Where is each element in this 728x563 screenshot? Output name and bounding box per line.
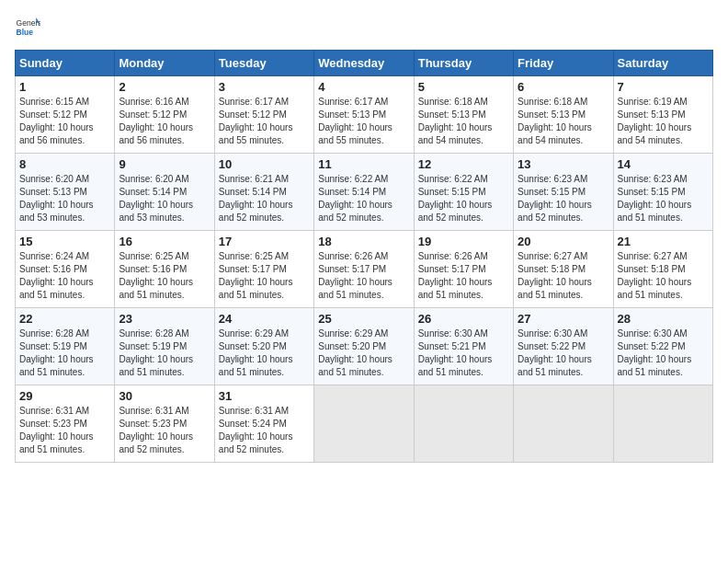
- day-number: 6: [518, 80, 609, 94]
- week-row-5: 29Sunrise: 6:31 AMSunset: 5:23 PMDayligh…: [16, 385, 713, 463]
- day-number: 24: [219, 312, 310, 326]
- day-info: Sunrise: 6:17 AMSunset: 5:12 PMDaylight:…: [219, 96, 310, 147]
- day-number: 30: [119, 389, 210, 403]
- weekday-header-row: SundayMondayTuesdayWednesdayThursdayFrid…: [16, 51, 713, 76]
- calendar-cell: 8Sunrise: 6:20 AMSunset: 5:13 PMDaylight…: [16, 154, 115, 231]
- day-info: Sunrise: 6:18 AMSunset: 5:13 PMDaylight:…: [418, 96, 509, 147]
- week-row-3: 15Sunrise: 6:24 AMSunset: 5:16 PMDayligh…: [16, 231, 713, 308]
- day-number: 21: [618, 235, 709, 248]
- weekday-header-friday: Friday: [514, 51, 613, 76]
- day-info: Sunrise: 6:18 AMSunset: 5:13 PMDaylight:…: [518, 96, 609, 147]
- calendar-cell: 18Sunrise: 6:26 AMSunset: 5:17 PMDayligh…: [314, 231, 414, 308]
- calendar-cell: 10Sunrise: 6:21 AMSunset: 5:14 PMDayligh…: [214, 154, 313, 231]
- day-number: 31: [219, 389, 310, 403]
- calendar-cell: 29Sunrise: 6:31 AMSunset: 5:23 PMDayligh…: [16, 385, 115, 463]
- weekday-header-thursday: Thursday: [414, 51, 513, 76]
- day-info: Sunrise: 6:22 AMSunset: 5:15 PMDaylight:…: [418, 173, 509, 224]
- calendar-cell: 4Sunrise: 6:17 AMSunset: 5:13 PMDaylight…: [314, 76, 414, 154]
- day-number: 3: [219, 80, 310, 94]
- calendar-cell: 27Sunrise: 6:30 AMSunset: 5:22 PMDayligh…: [514, 308, 613, 385]
- day-number: 15: [19, 235, 110, 248]
- calendar-cell: 19Sunrise: 6:26 AMSunset: 5:17 PMDayligh…: [414, 231, 513, 308]
- calendar-cell: 17Sunrise: 6:25 AMSunset: 5:17 PMDayligh…: [214, 231, 313, 308]
- week-row-1: 1Sunrise: 6:15 AMSunset: 5:12 PMDaylight…: [16, 76, 713, 154]
- day-number: 9: [119, 157, 210, 171]
- day-info: Sunrise: 6:31 AMSunset: 5:23 PMDaylight:…: [19, 405, 110, 456]
- day-number: 10: [219, 157, 310, 171]
- calendar-cell: 3Sunrise: 6:17 AMSunset: 5:12 PMDaylight…: [214, 76, 313, 154]
- day-number: 11: [318, 157, 409, 171]
- day-number: 29: [19, 389, 110, 403]
- calendar-cell: [314, 385, 414, 463]
- weekday-header-monday: Monday: [115, 51, 214, 76]
- day-info: Sunrise: 6:23 AMSunset: 5:15 PMDaylight:…: [518, 173, 609, 224]
- day-number: 1: [19, 80, 110, 94]
- calendar-cell: 16Sunrise: 6:25 AMSunset: 5:16 PMDayligh…: [115, 231, 214, 308]
- weekday-header-saturday: Saturday: [613, 51, 712, 76]
- day-info: Sunrise: 6:28 AMSunset: 5:19 PMDaylight:…: [119, 327, 210, 379]
- day-info: Sunrise: 6:26 AMSunset: 5:17 PMDaylight:…: [318, 250, 409, 302]
- day-info: Sunrise: 6:27 AMSunset: 5:18 PMDaylight:…: [618, 250, 709, 302]
- calendar-table: SundayMondayTuesdayWednesdayThursdayFrid…: [15, 50, 713, 463]
- day-info: Sunrise: 6:30 AMSunset: 5:22 PMDaylight:…: [518, 327, 609, 379]
- calendar-cell: 25Sunrise: 6:29 AMSunset: 5:20 PMDayligh…: [314, 308, 414, 385]
- calendar-cell: 6Sunrise: 6:18 AMSunset: 5:13 PMDaylight…: [514, 76, 613, 154]
- calendar-cell: 7Sunrise: 6:19 AMSunset: 5:13 PMDaylight…: [613, 76, 712, 154]
- day-number: 19: [418, 235, 509, 248]
- day-number: 12: [418, 157, 509, 171]
- day-info: Sunrise: 6:20 AMSunset: 5:13 PMDaylight:…: [19, 173, 110, 224]
- day-info: Sunrise: 6:25 AMSunset: 5:16 PMDaylight:…: [119, 250, 210, 302]
- day-info: Sunrise: 6:31 AMSunset: 5:23 PMDaylight:…: [119, 405, 210, 456]
- day-info: Sunrise: 6:30 AMSunset: 5:22 PMDaylight:…: [618, 327, 709, 379]
- svg-text:Blue: Blue: [17, 28, 34, 37]
- week-row-2: 8Sunrise: 6:20 AMSunset: 5:13 PMDaylight…: [16, 154, 713, 231]
- calendar-cell: 24Sunrise: 6:29 AMSunset: 5:20 PMDayligh…: [214, 308, 313, 385]
- day-number: 8: [19, 157, 110, 171]
- day-number: 4: [318, 80, 409, 94]
- weekday-header-tuesday: Tuesday: [214, 51, 313, 76]
- day-number: 5: [418, 80, 509, 94]
- calendar-cell: [514, 385, 613, 463]
- calendar-cell: 5Sunrise: 6:18 AMSunset: 5:13 PMDaylight…: [414, 76, 513, 154]
- day-info: Sunrise: 6:27 AMSunset: 5:18 PMDaylight:…: [518, 250, 609, 302]
- day-info: Sunrise: 6:16 AMSunset: 5:12 PMDaylight:…: [119, 96, 210, 147]
- day-number: 20: [518, 235, 609, 248]
- calendar-cell: 23Sunrise: 6:28 AMSunset: 5:19 PMDayligh…: [115, 308, 214, 385]
- day-number: 17: [219, 235, 310, 248]
- calendar-cell: 13Sunrise: 6:23 AMSunset: 5:15 PMDayligh…: [514, 154, 613, 231]
- calendar-cell: 22Sunrise: 6:28 AMSunset: 5:19 PMDayligh…: [16, 308, 115, 385]
- calendar-cell: 31Sunrise: 6:31 AMSunset: 5:24 PMDayligh…: [214, 385, 313, 463]
- calendar-cell: 30Sunrise: 6:31 AMSunset: 5:23 PMDayligh…: [115, 385, 214, 463]
- day-number: 28: [618, 312, 709, 326]
- day-info: Sunrise: 6:24 AMSunset: 5:16 PMDaylight:…: [19, 250, 110, 302]
- calendar-cell: [414, 385, 513, 463]
- day-number: 18: [318, 235, 409, 248]
- calendar-cell: 28Sunrise: 6:30 AMSunset: 5:22 PMDayligh…: [613, 308, 712, 385]
- calendar-cell: 15Sunrise: 6:24 AMSunset: 5:16 PMDayligh…: [16, 231, 115, 308]
- day-info: Sunrise: 6:21 AMSunset: 5:14 PMDaylight:…: [219, 173, 310, 224]
- day-number: 16: [119, 235, 210, 248]
- day-info: Sunrise: 6:25 AMSunset: 5:17 PMDaylight:…: [219, 250, 310, 302]
- day-info: Sunrise: 6:20 AMSunset: 5:14 PMDaylight:…: [119, 173, 210, 224]
- day-number: 23: [119, 312, 210, 326]
- calendar-cell: 21Sunrise: 6:27 AMSunset: 5:18 PMDayligh…: [613, 231, 712, 308]
- calendar-cell: 9Sunrise: 6:20 AMSunset: 5:14 PMDaylight…: [115, 154, 214, 231]
- calendar-body: 1Sunrise: 6:15 AMSunset: 5:12 PMDaylight…: [16, 76, 713, 463]
- day-info: Sunrise: 6:15 AMSunset: 5:12 PMDaylight:…: [19, 96, 110, 147]
- day-info: Sunrise: 6:19 AMSunset: 5:13 PMDaylight:…: [618, 96, 709, 147]
- day-number: 22: [19, 312, 110, 326]
- day-number: 14: [618, 157, 709, 171]
- calendar-cell: [613, 385, 712, 463]
- logo: General Blue: [15, 15, 40, 40]
- calendar-cell: 14Sunrise: 6:23 AMSunset: 5:15 PMDayligh…: [613, 154, 712, 231]
- calendar-cell: 11Sunrise: 6:22 AMSunset: 5:14 PMDayligh…: [314, 154, 414, 231]
- day-number: 26: [418, 312, 509, 326]
- day-info: Sunrise: 6:29 AMSunset: 5:20 PMDaylight:…: [318, 327, 409, 379]
- day-number: 25: [318, 312, 409, 326]
- day-info: Sunrise: 6:26 AMSunset: 5:17 PMDaylight:…: [418, 250, 509, 302]
- day-number: 27: [518, 312, 609, 326]
- calendar-cell: 12Sunrise: 6:22 AMSunset: 5:15 PMDayligh…: [414, 154, 513, 231]
- week-row-4: 22Sunrise: 6:28 AMSunset: 5:19 PMDayligh…: [16, 308, 713, 385]
- day-info: Sunrise: 6:29 AMSunset: 5:20 PMDaylight:…: [219, 327, 310, 379]
- calendar-cell: 20Sunrise: 6:27 AMSunset: 5:18 PMDayligh…: [514, 231, 613, 308]
